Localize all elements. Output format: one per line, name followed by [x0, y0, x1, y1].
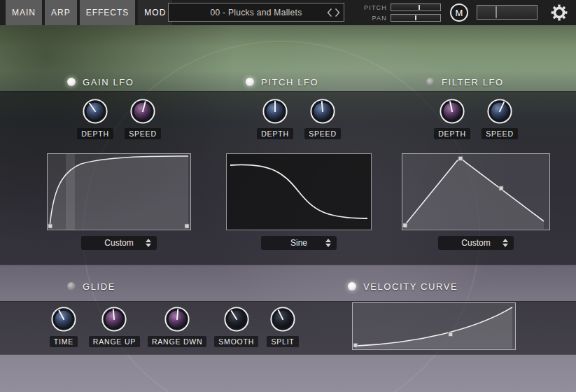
filter-shape-dropdown[interactable]: Custom — [438, 236, 514, 250]
preset-name: 00 - Plucks and Mallets — [211, 8, 302, 18]
nav-tabs: MAIN ARP EFFECTS MOD — [6, 0, 172, 25]
preset-selector[interactable]: 00 - Plucks and Mallets — [168, 3, 344, 22]
pan-slider-handle — [415, 15, 416, 20]
pitch-speed-label: SPEED — [304, 128, 341, 139]
updown-arrows-icon — [146, 239, 151, 247]
pitch-curve-graph — [227, 154, 371, 230]
gain-lfo-led[interactable] — [67, 78, 76, 86]
prev-preset-icon[interactable] — [327, 8, 333, 18]
tab-arp[interactable]: ARP — [45, 0, 77, 25]
tab-main[interactable]: MAIN — [6, 0, 42, 25]
pitch-slider[interactable] — [391, 4, 441, 11]
filter-speed-label: SPEED — [482, 128, 518, 139]
filter-lfo-led[interactable] — [426, 78, 435, 86]
mono-button[interactable]: M — [450, 4, 468, 22]
glide-smooth-label: SMOOTH — [214, 336, 258, 347]
velocity-curve-editor[interactable] — [352, 302, 516, 350]
pitch-depth-label: DEPTH — [257, 128, 293, 139]
glide-range-up-label: RANGE UP — [89, 336, 140, 347]
glide-time-knob[interactable] — [50, 306, 77, 332]
filter-lfo-curve-editor[interactable] — [402, 153, 550, 230]
gain-lfo-title: GAIN LFO — [83, 77, 134, 88]
filter-lfo-title: FILTER LFO — [442, 77, 504, 88]
glide-range-dwn-knob[interactable] — [164, 306, 190, 332]
gain-speed-label: SPEED — [125, 128, 161, 139]
glide-title: GLIDE — [83, 281, 115, 292]
glide-range-up-knob[interactable] — [101, 306, 127, 332]
curve-handle[interactable] — [449, 332, 453, 337]
volume-slider[interactable] — [477, 5, 538, 20]
curve-handle[interactable] — [403, 223, 407, 227]
filter-speed-knob[interactable] — [486, 98, 513, 125]
pitch-lfo-title: PITCH LFO — [261, 77, 318, 88]
filter-lfo-header: FILTER LFO — [426, 74, 504, 90]
pitch-speed-knob[interactable] — [309, 98, 336, 125]
gain-depth-label: DEPTH — [77, 128, 113, 139]
volume-slider-handle — [496, 6, 497, 18]
glide-controls: TIME RANGE UP RANGE DWN SMOOT — [46, 306, 300, 347]
curve-handle[interactable] — [185, 224, 189, 228]
filter-depth-label: DEPTH — [434, 128, 470, 139]
gain-depth-knob[interactable] — [82, 98, 108, 125]
gain-shape-value: Custom — [104, 238, 133, 248]
glide-split-label: SPLIT — [267, 336, 298, 347]
pitch-lfo-curve-editor[interactable] — [226, 153, 372, 230]
curve-handle[interactable] — [458, 157, 463, 161]
gain-lfo-section: DEPTH SPEED Custom — [48, 98, 190, 250]
pitch-label: PITCH — [362, 4, 387, 11]
next-preset-icon[interactable] — [334, 8, 340, 18]
gain-speed-knob[interactable] — [129, 98, 156, 125]
pitch-shape-dropdown[interactable]: Sine — [261, 236, 337, 250]
preset-nav — [327, 4, 340, 21]
curve-handle[interactable] — [353, 343, 358, 347]
gain-shape-dropdown[interactable]: Custom — [81, 236, 157, 250]
velocity-curve-header: VELOCITY CURVE — [348, 278, 458, 295]
glide-range-dwn-label: RANGE DWN — [148, 336, 207, 347]
velocity-curve-led[interactable] — [348, 282, 356, 290]
top-bar: MAIN ARP EFFECTS MOD 00 - Plucks and Mal… — [0, 0, 576, 25]
pan-label: PAN — [362, 15, 387, 22]
gain-curve-graph — [48, 154, 190, 230]
pitch-depth-knob[interactable] — [262, 98, 288, 125]
tab-mod[interactable]: MOD — [138, 0, 172, 25]
pitch-lfo-header: PITCH LFO — [246, 74, 318, 90]
gain-lfo-curve-editor[interactable] — [47, 153, 191, 230]
filter-depth-knob[interactable] — [439, 98, 465, 125]
glide-header: GLIDE — [67, 278, 115, 295]
pitch-lfo-led[interactable] — [246, 78, 254, 86]
glide-split-knob[interactable] — [269, 306, 296, 332]
glide-smooth-knob[interactable] — [223, 306, 250, 332]
settings-gear-icon[interactable] — [550, 4, 568, 22]
velocity-curve-title: VELOCITY CURVE — [363, 281, 458, 292]
filter-shape-value: Custom — [461, 238, 490, 248]
pitch-slider-handle — [419, 5, 420, 10]
pitch-shape-value: Sine — [290, 238, 307, 248]
updown-arrows-icon — [325, 239, 331, 247]
tab-effects[interactable]: EFFECTS — [80, 0, 136, 25]
pan-slider[interactable] — [391, 14, 441, 22]
updown-arrows-icon — [503, 239, 508, 247]
curve-handle[interactable] — [499, 186, 503, 190]
filter-curve-graph — [402, 154, 549, 230]
plugin-window: MAIN ARP EFFECTS MOD 00 - Plucks and Mal… — [0, 0, 576, 392]
pitch-lfo-section: DEPTH SPEED Sine — [227, 98, 371, 250]
glide-led[interactable] — [67, 282, 76, 290]
curve-handle[interactable] — [48, 224, 52, 228]
filter-lfo-section: DEPTH SPEED Custom — [402, 98, 549, 250]
gain-lfo-header: GAIN LFO — [67, 74, 134, 90]
velocity-curve-graph — [353, 303, 515, 349]
glide-time-label: TIME — [50, 336, 78, 347]
